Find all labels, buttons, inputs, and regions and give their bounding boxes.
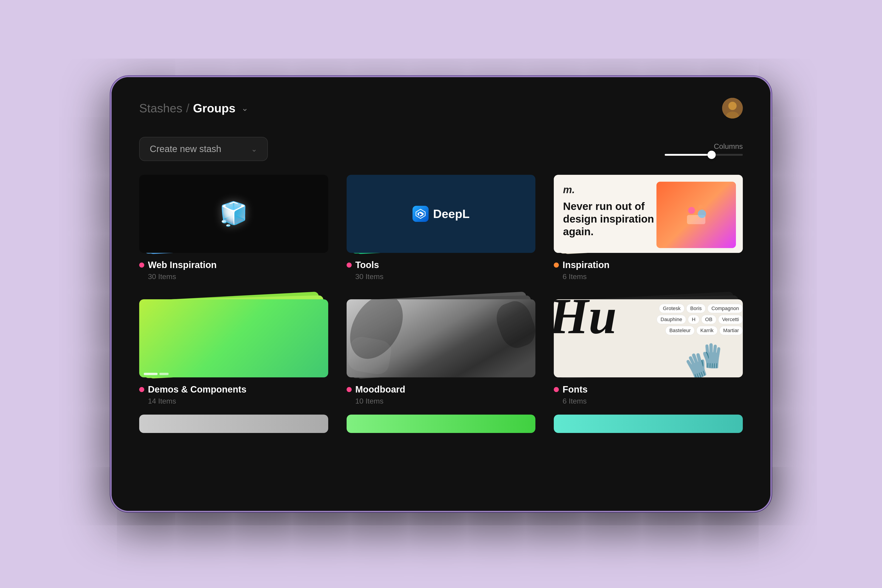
card-info: Tools 30 Items — [346, 260, 536, 281]
card-title: Fonts — [562, 384, 588, 394]
columns-control: Columns — [665, 142, 743, 156]
stash-card-demos[interactable]: Demos & Components 14 Items — [139, 299, 328, 405]
card-dot — [139, 387, 144, 392]
card-title-row: Inspiration — [554, 260, 743, 270]
monitor: Stashes / Groups ⌄ Create new stash ⌄ — [110, 76, 772, 512]
card-stack-moodboard — [346, 299, 536, 377]
card-stack-web: 🧊 — [139, 175, 328, 253]
partial-card-2 — [346, 415, 536, 433]
card-front: Hu Grotesk Boris Compagnon Dauphine H OB… — [554, 299, 743, 377]
partial-row — [139, 415, 743, 433]
toolbar: Create new stash ⌄ Columns — [139, 137, 743, 161]
svg-point-9 — [698, 210, 706, 218]
card-title-row: Demos & Components — [139, 384, 328, 394]
card-front: m. Never run out of design inspiration a… — [554, 175, 743, 253]
card-count: 30 Items — [346, 272, 536, 281]
card-count: 14 Items — [139, 397, 328, 405]
columns-label: Columns — [714, 142, 743, 151]
stash-card-web-inspiration[interactable]: 🧊 Web Inspiration 30 Items — [139, 175, 328, 281]
stash-card-tools[interactable]: ▶ DeepL Tools 30 Items — [346, 175, 536, 281]
card-stack-demos — [139, 299, 328, 377]
card-info: Web Inspiration 30 Items — [139, 260, 328, 281]
cube-icon: 🧊 — [219, 200, 248, 227]
header: Stashes / Groups ⌄ — [139, 98, 743, 118]
card-title: Moodboard — [356, 384, 405, 394]
card-count: 10 Items — [346, 397, 536, 405]
columns-slider[interactable] — [665, 154, 743, 156]
breadcrumb: Stashes / Groups ⌄ — [139, 101, 248, 115]
breadcrumb-stashes[interactable]: Stashes — [139, 101, 182, 115]
inspiration-headline: Never run out of design inspiration agai… — [563, 200, 657, 238]
card-count: 30 Items — [139, 272, 328, 281]
card-info: Demos & Components 14 Items — [139, 384, 328, 405]
card-count: 6 Items — [554, 272, 743, 281]
card-dot — [554, 387, 559, 392]
card-title-row: Web Inspiration — [139, 260, 328, 270]
card-stack-fonts: Hu Grotesk Boris Compagnon Dauphine H OB… — [554, 299, 743, 377]
slider-fill — [665, 154, 713, 156]
stash-grid: 🧊 Web Inspiration 30 Items — [139, 175, 743, 405]
card-info: Moodboard 10 Items — [346, 384, 536, 405]
stash-card-moodboard[interactable]: Moodboard 10 Items — [346, 299, 536, 405]
avatar[interactable] — [722, 98, 743, 118]
deepl-icon: ▶ — [412, 206, 429, 222]
card-dot — [346, 262, 352, 268]
card-dot — [346, 387, 352, 392]
partial-card-3 — [554, 415, 743, 433]
svg-point-7 — [699, 205, 703, 209]
card-dot — [139, 262, 144, 268]
app-container: Stashes / Groups ⌄ Create new stash ⌄ — [112, 77, 770, 511]
card-title-row: Moodboard — [346, 384, 536, 394]
breadcrumb-separator: / — [186, 101, 189, 115]
card-count: 6 Items — [554, 397, 743, 405]
card-front — [139, 299, 328, 377]
inspiration-side — [657, 182, 736, 248]
card-info: Fonts 6 Items — [554, 384, 743, 405]
card-title: Tools — [356, 260, 379, 270]
card-title-row: Tools — [346, 260, 536, 270]
card-stack-inspiration: m. Never run out of design inspiration a… — [554, 175, 743, 253]
card-title: Web Inspiration — [148, 260, 217, 270]
card-title: Demos & Components — [148, 384, 246, 394]
deepl-text: DeepL — [433, 207, 470, 221]
create-stash-button[interactable]: Create new stash ⌄ — [139, 137, 268, 161]
card-info: Inspiration 6 Items — [554, 260, 743, 281]
stash-card-inspiration[interactable]: m. Never run out of design inspiration a… — [554, 175, 743, 281]
breadcrumb-current[interactable]: Groups — [193, 101, 236, 115]
partial-card-1 — [139, 415, 328, 433]
svg-point-1 — [728, 102, 736, 110]
stash-card-fonts[interactable]: Hu Grotesk Boris Compagnon Dauphine H OB… — [554, 299, 743, 405]
create-stash-chevron-icon: ⌄ — [251, 145, 257, 153]
card-stack-tools: ▶ DeepL — [346, 175, 536, 253]
create-stash-label: Create new stash — [150, 144, 221, 154]
card-front: 🧊 — [139, 175, 328, 253]
svg-text:▶: ▶ — [419, 212, 422, 216]
slider-thumb[interactable] — [708, 151, 716, 159]
deepl-logo: ▶ DeepL — [412, 206, 470, 222]
card-title: Inspiration — [562, 260, 609, 270]
card-front — [346, 299, 536, 377]
card-dot — [554, 262, 559, 268]
breadcrumb-dropdown-icon[interactable]: ⌄ — [242, 104, 248, 113]
card-front: ▶ DeepL — [346, 175, 536, 253]
inspiration-content: m. Never run out of design inspiration a… — [554, 175, 743, 253]
card-title-row: Fonts — [554, 384, 743, 394]
svg-point-6 — [688, 207, 695, 214]
